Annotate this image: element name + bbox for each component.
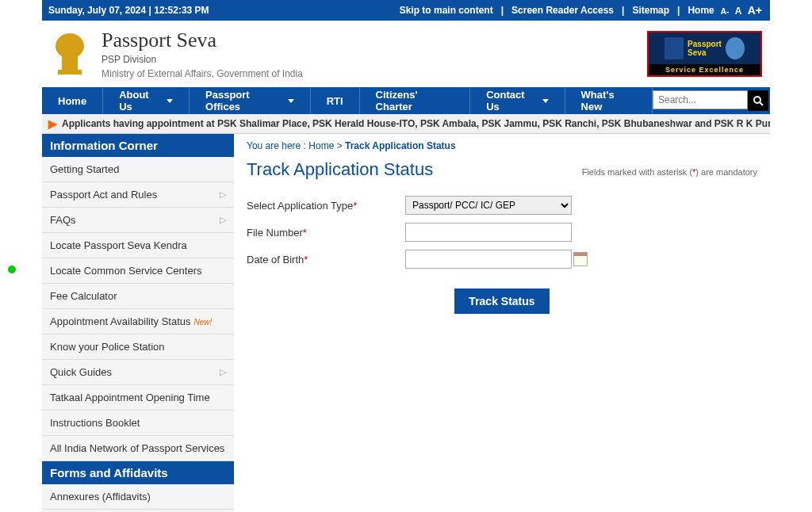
sidebar-item[interactable]: Fee Calculator xyxy=(42,284,234,309)
font-decrease[interactable]: A- xyxy=(719,7,731,16)
svg-line-4 xyxy=(760,102,763,105)
main-content: You are here : Home > Track Application … xyxy=(234,134,770,512)
calendar-icon[interactable] xyxy=(573,252,588,266)
datetime: Sunday, July 07, 2024 | 12:52:33 PM xyxy=(48,5,209,16)
track-status-button[interactable]: Track Status xyxy=(454,288,549,314)
svg-point-0 xyxy=(56,33,84,59)
india-emblem-icon xyxy=(50,30,90,78)
sidebar-item[interactable]: Annexures (Affidavits) xyxy=(42,484,234,510)
dob-input[interactable] xyxy=(405,250,572,269)
mandatory-note: Fields marked with asterisk (*) are mand… xyxy=(582,167,757,177)
sidebar-item[interactable]: All India Network of Passport Services xyxy=(42,436,234,461)
nav-about[interactable]: About Us xyxy=(103,87,190,114)
page-title: Track Application Status xyxy=(247,159,433,180)
status-indicator-icon xyxy=(8,266,16,273)
sidebar-item[interactable]: Passport Act and Rules▷ xyxy=(42,182,234,208)
file-number-label: File Number* xyxy=(247,227,405,239)
sidebar-item[interactable]: Instructions Booklet xyxy=(42,411,234,436)
site-title: Passport Seva xyxy=(102,29,303,52)
sidebar-item[interactable]: Tatkaal Appointment Opening Time xyxy=(42,385,234,411)
chevron-right-icon: ▷ xyxy=(220,189,226,200)
sidebar-item[interactable]: Know your Police Station xyxy=(42,334,234,360)
app-type-label: Select Application Type* xyxy=(247,200,405,212)
sidebar-item[interactable]: Locate Passport Seva Kendra xyxy=(42,233,234,258)
breadcrumb: You are here : Home > Track Application … xyxy=(247,140,757,151)
main-nav: Home About Us Passport Offices RTI Citiz… xyxy=(42,87,770,114)
sidebar-header-info: Information Corner xyxy=(42,134,234,157)
nav-home[interactable]: Home xyxy=(42,87,103,114)
sitemap-link[interactable]: Sitemap xyxy=(632,5,669,16)
nav-whats-new[interactable]: What's New xyxy=(565,87,653,114)
chevron-right-icon: ▷ xyxy=(220,215,226,225)
ticker-text: Applicants having appointment at PSK Sha… xyxy=(62,118,770,129)
sidebar-item[interactable]: Getting Started xyxy=(42,157,234,182)
chevron-right-icon: ▷ xyxy=(220,367,226,377)
top-utility-bar: Sunday, July 07, 2024 | 12:52:33 PM Skip… xyxy=(42,0,770,21)
breadcrumb-home[interactable]: Home xyxy=(308,140,334,151)
sidebar: Information Corner Getting StartedPasspo… xyxy=(42,134,234,512)
site-subtitle-1: PSP Division xyxy=(102,54,303,65)
dob-label: Date of Birth* xyxy=(247,254,405,266)
screen-reader-link[interactable]: Screen Reader Access xyxy=(511,5,614,16)
site-header: Passport Seva PSP Division Ministry of E… xyxy=(42,21,770,87)
svg-rect-1 xyxy=(62,55,78,70)
news-ticker: ▶ Applicants having appointment at PSK S… xyxy=(42,114,770,134)
nav-charter[interactable]: Citizens' Charter xyxy=(360,87,471,114)
sidebar-item[interactable]: Quick Guides▷ xyxy=(42,360,234,385)
skip-link[interactable]: Skip to main content xyxy=(400,5,493,16)
site-subtitle-2: Ministry of External Affairs, Government… xyxy=(102,68,303,79)
sidebar-item[interactable]: Locate Common Service Centers xyxy=(42,258,234,284)
svg-rect-2 xyxy=(58,70,82,75)
font-increase[interactable]: A+ xyxy=(746,4,764,17)
sidebar-header-forms: Forms and Affidavits xyxy=(42,461,234,484)
breadcrumb-current: Track Application Status xyxy=(345,140,456,151)
nav-contact[interactable]: Contact Us xyxy=(470,87,565,114)
ticker-arrow-icon: ▶ xyxy=(48,117,57,130)
home-link-top[interactable]: Home xyxy=(688,5,714,16)
sidebar-item[interactable]: Appointment Availability StatusNew! xyxy=(42,309,234,334)
nav-passport-offices[interactable]: Passport Offices xyxy=(190,87,311,114)
app-type-select[interactable]: Passport/ PCC/ IC/ GEP xyxy=(405,196,572,215)
file-number-input[interactable] xyxy=(405,223,572,242)
search-button[interactable] xyxy=(748,90,768,111)
search-input[interactable] xyxy=(653,90,748,109)
svg-point-3 xyxy=(754,97,760,103)
sidebar-item[interactable]: FAQs▷ xyxy=(42,208,234,233)
font-normal[interactable]: A xyxy=(733,6,744,17)
nav-rti[interactable]: RTI xyxy=(311,87,360,114)
service-excellence-badge: PassportSeva Service Excellence xyxy=(647,31,762,77)
